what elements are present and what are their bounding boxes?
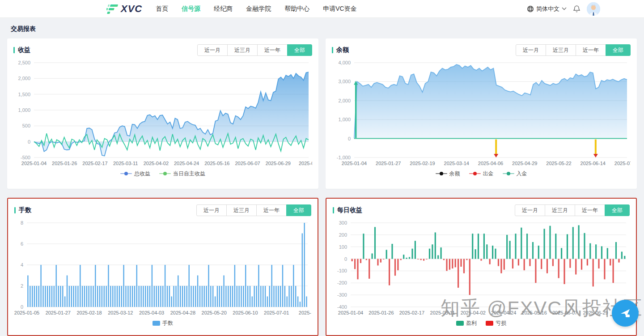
accent-bar [332, 47, 333, 53]
chevron-down-icon [562, 7, 567, 10]
range-3m-button[interactable]: 近三月 [546, 44, 576, 56]
nav-item-academy[interactable]: 金融学院 [246, 5, 271, 13]
svg-text:3,000: 3,000 [338, 79, 351, 84]
panel-balance: 余额 近一月 近三月 近一年 全部 4,0003,0002,0001,0000-… [326, 38, 637, 189]
svg-text:2025-04-02: 2025-04-02 [461, 310, 486, 315]
svg-text:4: 4 [21, 262, 23, 268]
panel-title-balance: 余额 [336, 46, 349, 54]
svg-text:0: 0 [21, 304, 23, 310]
range-all-button[interactable]: 全部 [286, 204, 311, 216]
svg-text:2025-07-01: 2025-07-01 [264, 310, 289, 315]
svg-text:2025-05-20: 2025-05-20 [202, 310, 227, 315]
svg-text:1,000: 1,000 [18, 107, 30, 113]
globe-icon [527, 5, 534, 13]
svg-text:2025-01-05: 2025-01-05 [14, 310, 39, 315]
range-all-button[interactable]: 全部 [287, 44, 312, 56]
range-group-lots: 近一月 近三月 近一年 全部 [196, 204, 311, 216]
panel-title-profit: 收益 [18, 46, 30, 54]
nav-item-apply-vc-funds[interactable]: 申请VC资金 [323, 5, 356, 13]
svg-text:2025-01-27: 2025-01-27 [376, 161, 401, 166]
accent-bar [14, 207, 16, 213]
balance-chart: 4,0003,0002,0001,0000-1,0002025-01-04202… [332, 56, 631, 169]
legend-item[interactable]: 盈利 [456, 319, 477, 327]
svg-text:300: 300 [339, 220, 347, 225]
range-group-balance: 近一月 近三月 近一年 全部 [516, 44, 631, 56]
svg-text:2025-06-29: 2025-06-29 [266, 161, 291, 166]
svg-text:2,500: 2,500 [18, 60, 30, 65]
svg-text:0: 0 [344, 256, 347, 262]
svg-text:4,000: 4,000 [338, 60, 351, 65]
svg-text:6: 6 [21, 241, 23, 247]
bell-icon [573, 5, 580, 13]
legend-item[interactable]: 出金 [469, 170, 494, 178]
profit-chart: 2,5002,0001,5001,0005000-5002025-01-0420… [13, 56, 312, 169]
legend-marker [503, 172, 514, 175]
svg-text:2025-01-26: 2025-01-26 [52, 161, 77, 166]
svg-text:2025-02-18: 2025-02-18 [76, 310, 102, 315]
range-1y-button[interactable]: 近一年 [576, 44, 606, 56]
nav-item-home[interactable]: 首页 [156, 5, 168, 13]
legend-item[interactable]: 余额 [436, 170, 460, 178]
range-all-button[interactable]: 全部 [606, 44, 631, 56]
svg-text:2025-01-04: 2025-01-04 [338, 310, 363, 315]
svg-text:2025-04-02: 2025-04-02 [144, 161, 169, 166]
svg-text:2: 2 [21, 283, 23, 289]
range-1y-button[interactable]: 近一年 [575, 204, 605, 216]
range-1m-button[interactable]: 近一月 [196, 204, 227, 216]
accent-bar [13, 47, 15, 53]
svg-text:2025-06-29: 2025-06-29 [583, 310, 608, 315]
language-label: 简体中文 [536, 5, 559, 13]
range-3m-button[interactable]: 近三月 [226, 204, 257, 216]
nav-item-help-center[interactable]: 帮助中心 [284, 5, 309, 13]
svg-text:2025-03-14: 2025-03-14 [444, 161, 469, 166]
legend-item[interactable]: 入金 [503, 170, 527, 178]
main-nav: 首页 信号源 经纪商 金融学院 帮助中心 申请VC资金 [156, 5, 356, 13]
range-3m-button[interactable]: 近三月 [227, 44, 258, 56]
legend-item[interactable]: 亏损 [486, 319, 506, 327]
svg-text:2025-04-24: 2025-04-24 [491, 310, 516, 315]
legend-marker [436, 172, 447, 175]
svg-text:2025-04-06: 2025-04-06 [478, 161, 503, 166]
accent-bar [333, 207, 334, 213]
svg-text:2025-03-12: 2025-03-12 [108, 310, 133, 315]
page-title: 交易报表 [0, 18, 644, 38]
svg-text:-200: -200 [337, 280, 347, 285]
svg-text:2025-04-03: 2025-04-03 [139, 310, 164, 315]
svg-text:2025-02-17: 2025-02-17 [82, 161, 107, 166]
svg-text:2025-07-07: 2025-07-07 [614, 161, 631, 166]
nav-item-signals[interactable]: 信号源 [182, 5, 200, 13]
range-1m-button[interactable]: 近一月 [515, 204, 545, 216]
legend-item[interactable]: 手数 [153, 319, 173, 327]
legend-item[interactable]: 当日自主收益 [159, 170, 205, 178]
svg-text:2025-05-16: 2025-05-16 [522, 310, 547, 315]
svg-text:2025-01-04: 2025-01-04 [21, 161, 47, 166]
svg-text:2025-04-29: 2025-04-29 [512, 161, 537, 166]
range-1m-button[interactable]: 近一月 [197, 44, 228, 56]
language-selector[interactable]: 简体中文 [527, 5, 567, 13]
range-1y-button[interactable]: 近一年 [256, 204, 287, 216]
fxvc-logo[interactable]: XVC [106, 3, 142, 15]
panel-daily-profit: 每日收益 近一月 近三月 近一年 全部 3002001000-100-200-3… [326, 198, 637, 336]
range-1y-button[interactable]: 近一年 [257, 44, 288, 56]
share-icon [619, 307, 631, 319]
svg-text:2025-02-19: 2025-02-19 [410, 161, 435, 166]
svg-text:2,000: 2,000 [338, 98, 351, 103]
legend-marker [456, 321, 464, 326]
balance-chart-legend: 余额出金入金 [332, 169, 631, 178]
range-all-button[interactable]: 全部 [605, 204, 630, 216]
svg-text:100: 100 [339, 244, 347, 250]
range-3m-button[interactable]: 近三月 [545, 204, 575, 216]
daily-chart-legend: 盈利亏损 [333, 319, 630, 327]
profit-chart-legend: 总收益当日自主收益 [13, 169, 312, 178]
range-1m-button[interactable]: 近一月 [516, 44, 546, 56]
user-avatar[interactable] [587, 2, 600, 16]
svg-text:200: 200 [339, 232, 347, 238]
legend-item[interactable]: 总收益 [120, 170, 150, 178]
avatar-illustration [587, 2, 600, 16]
notifications-bell[interactable] [573, 5, 580, 13]
lots-chart: 864202025-01-052025-01-272025-02-182025-… [14, 217, 311, 319]
svg-text:2,000: 2,000 [18, 76, 30, 81]
share-float-button[interactable] [612, 300, 639, 327]
nav-item-brokers[interactable]: 经纪商 [214, 5, 233, 13]
svg-text:0: 0 [348, 136, 351, 141]
